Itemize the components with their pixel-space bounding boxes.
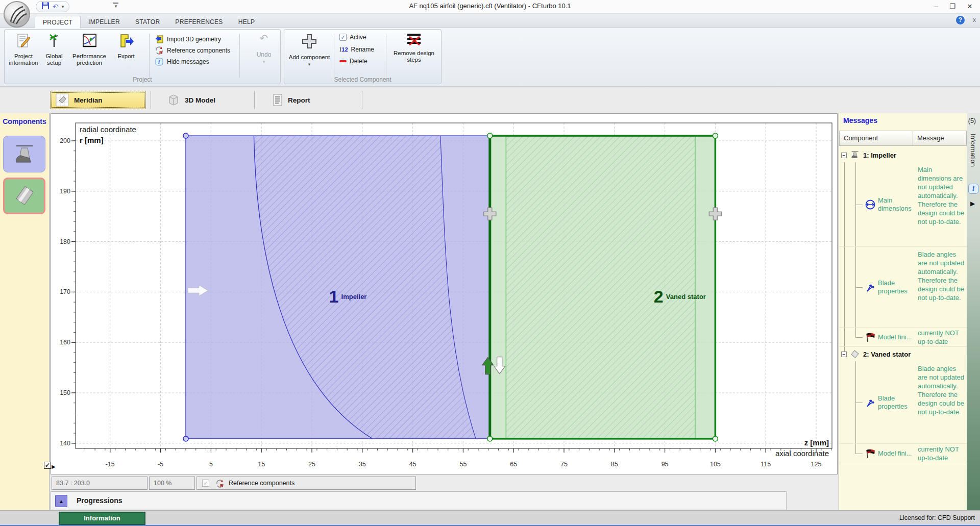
expand-panel-icon[interactable]: ▶	[970, 200, 975, 207]
meridian-icon	[56, 93, 69, 107]
help-icon[interactable]: ?	[956, 16, 965, 24]
ribbon-tab-impeller[interactable]: IMPELLER	[81, 16, 128, 28]
component-button-vaned-stator[interactable]	[3, 178, 45, 214]
stator-corner-handle[interactable]	[487, 436, 493, 441]
impeller-corner-handle[interactable]	[183, 133, 188, 138]
x-tick-label: 75	[560, 461, 568, 468]
message-row-blade-properties[interactable]: Blade properties Blade angles are not up…	[839, 361, 967, 444]
ribbon-separator	[239, 34, 240, 78]
information-icon[interactable]: i	[968, 184, 978, 194]
hide-messages-button[interactable]: i Hide messages	[155, 57, 209, 66]
reference-components-button[interactable]: R Reference components	[155, 46, 230, 55]
reference-components-label: Reference components	[229, 477, 295, 489]
remove-design-steps-button[interactable]: Remove design steps	[389, 33, 439, 63]
close-button[interactable]: ✕	[963, 2, 977, 12]
restore-button[interactable]: ❐	[945, 2, 960, 12]
meridian-plot[interactable]: 1Impeller2Vaned stator-15-55152535455565…	[51, 114, 837, 474]
delete-button[interactable]: Delete	[339, 58, 368, 65]
undo-dropdown-icon[interactable]: ▾	[62, 4, 64, 9]
y-axis-unit: r [mm]	[80, 136, 104, 144]
import-3d-geometry-button[interactable]: Import 3D geometry	[155, 35, 221, 44]
save-icon[interactable]	[41, 2, 50, 12]
y-tick-label: 190	[60, 188, 70, 195]
project-information-icon	[15, 33, 32, 49]
active-checkbox[interactable]: ✓ Active	[339, 34, 366, 41]
component-name: Blade properties	[878, 394, 916, 411]
blade-properties-icon	[865, 397, 875, 408]
component-name: Model fini...	[878, 449, 916, 458]
reference-components-checkbox[interactable]: ✓	[202, 480, 209, 487]
window-title: AF nq105 airfoil (generic).cft (Ventilat…	[286, 2, 694, 10]
global-setup-button[interactable]: Global setup	[40, 33, 68, 66]
ribbon-tab-project[interactable]: PROJECT	[35, 16, 81, 28]
message-row-main-dimensions[interactable]: Main dimensions Main dimensions are not …	[839, 162, 967, 247]
customize-toolbar-icon[interactable]: ▾	[113, 3, 118, 8]
view-tab-separator	[254, 91, 255, 109]
toggle-check-icon: ✓	[44, 462, 51, 469]
cfturbo-logo-icon[interactable]	[3, 1, 31, 28]
message-row-model-finished[interactable]: Model fini... currently NOT up-to-date	[839, 444, 967, 463]
tab-meridian[interactable]: Meridian	[50, 91, 146, 109]
information-side-tab[interactable]: Information	[969, 134, 977, 167]
cfturbo-window: AF nq105 airfoil (generic).cft (Ventilat…	[0, 0, 980, 526]
license-text: Licensed for: CFD Support	[899, 514, 975, 521]
messages-column-component[interactable]: Component	[839, 131, 913, 146]
add-component-button[interactable]: Add component ▾	[288, 33, 330, 68]
message-row-model-finished[interactable]: Model fini... currently NOT up-to-date	[839, 328, 967, 347]
tab-3d-model[interactable]: 3D Model	[162, 91, 220, 109]
main-content: Components 1Impeller2Vaned stator-15-551…	[0, 113, 980, 510]
stator-vane-hatch	[506, 136, 695, 439]
ribbon-separator	[149, 34, 150, 78]
collapse-icon[interactable]: −	[841, 352, 847, 357]
project-information-button[interactable]: Project information	[8, 33, 39, 66]
meridian-canvas[interactable]: 1Impeller2Vaned stator-15-55152535455565…	[51, 113, 838, 474]
minimize-button[interactable]: –	[929, 2, 943, 12]
message-row-blade-properties[interactable]: Blade properties Blade angles are not up…	[839, 247, 967, 328]
export-icon	[118, 33, 134, 49]
messages-count-badge: (5)	[968, 117, 976, 124]
y-axis-title: radial coordinate	[80, 125, 136, 134]
collapse-icon[interactable]: −	[841, 153, 847, 158]
message-text: Main dimensions are not updated automati…	[916, 162, 967, 246]
y-tick-label: 160	[60, 339, 70, 346]
x-tick-label: 65	[510, 461, 517, 468]
cube-icon	[167, 93, 180, 107]
ribbon-tab-stator[interactable]: STATOR	[128, 16, 167, 28]
view-tab-separator	[362, 91, 362, 109]
performance-prediction-button[interactable]: Performance prediction	[69, 33, 110, 66]
impeller-corner-handle[interactable]	[183, 436, 188, 441]
undo-button[interactable]: ↶ Undo ▾	[249, 33, 279, 64]
status-footer: Information Licensed for: CFD Support	[0, 510, 980, 526]
ribbon-tab-preferences[interactable]: PREFERENCES	[167, 16, 230, 28]
information-footer-tab[interactable]: Information	[59, 512, 145, 525]
export-label: Export	[112, 53, 140, 60]
tab-report[interactable]: Report	[267, 91, 315, 109]
messages-title: Messages	[843, 116, 877, 124]
rename-button[interactable]: I12 Rename	[339, 45, 374, 54]
stator-corner-handle[interactable]	[713, 133, 718, 138]
undo-icon[interactable]: ↶	[53, 2, 59, 12]
region-name-label: Impeller	[341, 293, 367, 300]
component-button-impeller[interactable]	[3, 136, 45, 172]
ribbon-tab-help[interactable]: HELP	[231, 16, 263, 28]
main-dimensions-icon	[865, 199, 876, 210]
view-tab-separator	[151, 91, 151, 109]
x-tick-label: 45	[409, 461, 416, 468]
message-group-vaned-stator[interactable]: − 2: Vaned stator	[839, 347, 967, 361]
region-number-label: 2	[654, 287, 664, 306]
undo-label: Undo	[249, 51, 279, 58]
canvas-toggle-icon[interactable]: ✓ ▶	[44, 461, 57, 472]
performance-prediction-icon	[81, 33, 97, 49]
message-group-impeller[interactable]: − 1: Impeller	[839, 148, 967, 162]
ribbon-close-icon[interactable]: x	[973, 16, 976, 23]
progressions-collapse-button[interactable]: ▲	[55, 495, 67, 507]
export-button[interactable]: Export	[112, 33, 140, 60]
remove-design-steps-icon	[406, 33, 422, 46]
information-side-strip: Information i ▶	[967, 113, 980, 510]
stator-icon	[850, 349, 860, 359]
component-name: Model fini...	[878, 333, 916, 341]
meridian-tab-label: Meridian	[74, 96, 103, 104]
stator-corner-handle[interactable]	[713, 436, 718, 441]
messages-column-message[interactable]: Message	[913, 131, 967, 146]
stator-corner-handle[interactable]	[487, 133, 493, 138]
